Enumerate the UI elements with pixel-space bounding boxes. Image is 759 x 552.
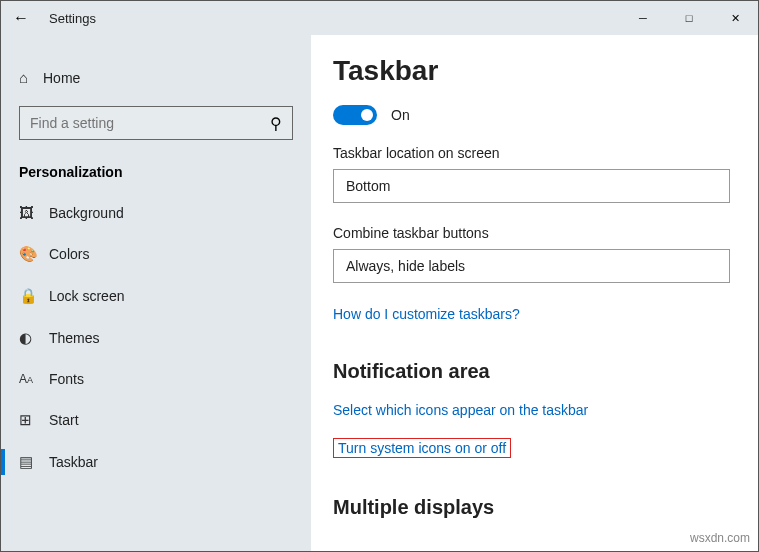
start-icon: ⊞ [19, 411, 49, 429]
sidebar-item-themes[interactable]: ◐Themes [1, 317, 311, 359]
maximize-icon: □ [686, 12, 693, 24]
maximize-button[interactable]: □ [666, 1, 712, 35]
toggle-knob [361, 109, 373, 121]
category-heading: Personalization [1, 158, 311, 192]
home-icon: ⌂ [19, 69, 43, 86]
home-nav[interactable]: ⌂ Home [1, 59, 311, 96]
sidebar-item-label: Themes [49, 330, 100, 346]
notification-area-heading: Notification area [333, 360, 730, 383]
settings-window: ← Settings ─ □ ✕ ⌂ Home ⚲ Personalizatio… [0, 0, 759, 552]
multiple-displays-heading: Multiple displays [333, 496, 730, 519]
sidebar-item-taskbar[interactable]: ▤Taskbar [1, 441, 311, 483]
sidebar-item-label: Taskbar [49, 454, 98, 470]
help-link[interactable]: How do I customize taskbars? [333, 306, 520, 322]
back-arrow-icon: ← [13, 9, 29, 26]
palette-icon: 🎨 [19, 245, 49, 263]
content-pane: Taskbar On Taskbar location on screen Bo… [311, 35, 758, 551]
sidebar-item-fonts[interactable]: AAFonts [1, 359, 311, 399]
titlebar: ← Settings ─ □ ✕ [1, 1, 758, 35]
taskbar-icon: ▤ [19, 453, 49, 471]
sidebar-item-label: Colors [49, 246, 89, 262]
search-icon: ⚲ [270, 114, 282, 133]
sidebar-item-label: Start [49, 412, 79, 428]
sidebar: ⌂ Home ⚲ Personalization 🖼Background 🎨Co… [1, 35, 311, 551]
sidebar-item-lock-screen[interactable]: 🔒Lock screen [1, 275, 311, 317]
back-button[interactable]: ← [1, 9, 41, 27]
combine-select[interactable]: Always, hide labels [333, 249, 730, 283]
fonts-icon: AA [19, 372, 49, 386]
close-button[interactable]: ✕ [712, 1, 758, 35]
home-label: Home [43, 70, 80, 86]
picture-icon: 🖼 [19, 204, 49, 221]
location-value: Bottom [346, 178, 390, 194]
sidebar-item-start[interactable]: ⊞Start [1, 399, 311, 441]
sidebar-item-label: Background [49, 205, 124, 221]
search-box[interactable]: ⚲ [19, 106, 293, 140]
toggle-row: On [333, 105, 730, 125]
combine-value: Always, hide labels [346, 258, 465, 274]
lock-icon: 🔒 [19, 287, 49, 305]
system-icons-link[interactable]: Turn system icons on or off [333, 438, 511, 458]
sidebar-item-background[interactable]: 🖼Background [1, 192, 311, 233]
taskbar-toggle[interactable] [333, 105, 377, 125]
window-body: ⌂ Home ⚲ Personalization 🖼Background 🎨Co… [1, 35, 758, 551]
select-icons-link[interactable]: Select which icons appear on the taskbar [333, 402, 588, 418]
sidebar-item-label: Fonts [49, 371, 84, 387]
sidebar-item-label: Lock screen [49, 288, 124, 304]
themes-icon: ◐ [19, 329, 49, 347]
minimize-button[interactable]: ─ [620, 1, 666, 35]
nav-list: 🖼Background 🎨Colors 🔒Lock screen ◐Themes… [1, 192, 311, 483]
watermark: wsxdn.com [690, 531, 750, 545]
close-icon: ✕ [731, 12, 740, 25]
location-select[interactable]: Bottom [333, 169, 730, 203]
location-label: Taskbar location on screen [333, 145, 730, 161]
window-controls: ─ □ ✕ [620, 1, 758, 35]
window-title: Settings [49, 11, 96, 26]
combine-label: Combine taskbar buttons [333, 225, 730, 241]
toggle-label: On [391, 107, 410, 123]
minimize-icon: ─ [639, 12, 647, 24]
sidebar-item-colors[interactable]: 🎨Colors [1, 233, 311, 275]
search-input[interactable] [30, 115, 232, 131]
page-title: Taskbar [333, 55, 730, 87]
